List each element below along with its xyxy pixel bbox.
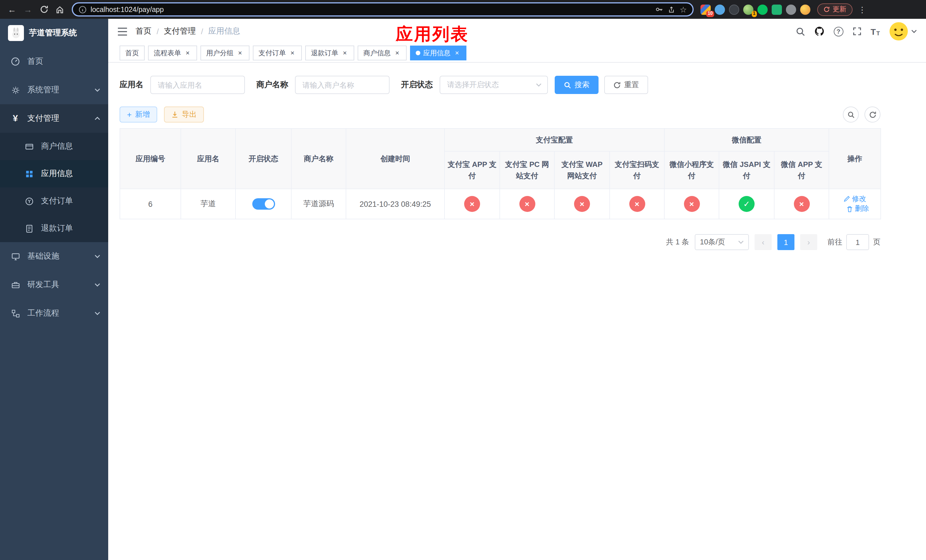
export-button[interactable]: 导出 <box>164 106 204 123</box>
status-select[interactable]: 请选择开启状态 <box>440 76 548 94</box>
url-text[interactable]: localhost:1024/pay/app <box>91 5 164 14</box>
goto-page-input[interactable] <box>846 234 869 250</box>
edit-link[interactable]: 修改 <box>843 194 866 204</box>
page-size-select[interactable]: 10条/页 <box>695 234 749 250</box>
profile-avatar-icon[interactable]: 1 <box>743 4 754 15</box>
reset-button-label: 重置 <box>624 80 639 90</box>
current-page-button[interactable]: 1 <box>777 234 794 250</box>
password-key-icon[interactable] <box>655 5 664 14</box>
alipay-pc-status-icon <box>519 196 535 212</box>
browser-back-icon[interactable]: ← <box>5 2 20 17</box>
refresh-table-button[interactable] <box>864 106 881 123</box>
page-title: 应用列表 <box>396 23 469 46</box>
goto-page: 前往 页 <box>828 234 881 250</box>
close-icon[interactable]: × <box>236 49 244 57</box>
bookmark-star-icon[interactable]: ☆ <box>680 5 687 14</box>
search-button-label: 搜索 <box>575 80 589 90</box>
user-avatar[interactable] <box>889 22 917 41</box>
prev-page-button[interactable]: ‹ <box>755 234 772 250</box>
col-merchant: 商户名称 <box>291 129 346 189</box>
dark-extension-icon[interactable] <box>729 4 739 15</box>
fullscreen-icon[interactable] <box>852 27 861 36</box>
merchant-name-input[interactable] <box>295 76 390 94</box>
delete-link[interactable]: 删除 <box>846 204 869 213</box>
tab-refund-order[interactable]: 退款订单 × <box>305 45 354 61</box>
sidebar-item-merchant-info[interactable]: 商户信息 <box>0 133 108 160</box>
close-icon[interactable]: × <box>393 49 401 57</box>
tab-label: 退款订单 <box>311 48 338 58</box>
toggle-search-button[interactable] <box>843 106 859 123</box>
pixel-extension-icon[interactable]: 10 <box>701 4 711 15</box>
tab-app-info[interactable]: 应用信息 × <box>410 45 466 61</box>
sidebar-item-dev-tools[interactable]: 研发工具 <box>0 271 108 299</box>
close-icon[interactable]: × <box>289 49 296 57</box>
sidebar-item-infra[interactable]: 基础设施 <box>0 242 108 271</box>
close-icon[interactable]: × <box>341 49 348 57</box>
help-icon[interactable]: ? <box>834 26 843 36</box>
sidebar-item-workflow[interactable]: 工作流程 <box>0 299 108 328</box>
col-alipay-pc: 支付宝 PC 网站支付 <box>500 151 554 189</box>
emoji-extension-icon[interactable] <box>800 4 810 15</box>
browser-toolbar: ← → localhost:1024/pay/app ☆ 10 <box>0 0 926 19</box>
alipay-qr-status-icon <box>629 196 645 212</box>
address-bar[interactable]: localhost:1024/pay/app ☆ <box>72 2 694 17</box>
sidebar-item-payment[interactable]: ¥ 支付管理 <box>0 104 108 133</box>
tab-label: 支付订单 <box>259 48 286 58</box>
sidebar-item-home[interactable]: 首页 <box>0 47 108 76</box>
tab-process-form[interactable]: 流程表单 × <box>148 45 197 61</box>
chevron-down-icon <box>95 312 100 315</box>
tab-home[interactable]: 首页 <box>120 45 145 61</box>
breadcrumb-home[interactable]: 首页 <box>136 26 151 36</box>
browser-forward-icon[interactable]: → <box>21 2 35 17</box>
yen-icon: ¥ <box>10 114 21 124</box>
close-icon[interactable]: × <box>184 49 191 57</box>
tab-merchant-info[interactable]: 商户信息 × <box>358 45 407 61</box>
browser-refresh-icon[interactable] <box>36 2 51 17</box>
sidebar-item-app-info[interactable]: 应用信息 <box>0 160 108 188</box>
notes-extension-icon[interactable] <box>772 4 782 15</box>
sidebar-item-pay-order[interactable]: 支付订单 <box>0 188 108 215</box>
alipay-app-status-icon <box>464 196 480 212</box>
menu-label: 支付管理 <box>27 114 59 124</box>
col-alipay-wap: 支付宝 WAP 网站支付 <box>554 151 610 189</box>
puzzle-extension-icon[interactable] <box>786 4 796 15</box>
pencil-icon <box>843 195 850 202</box>
col-app-id: 应用编号 <box>120 129 181 189</box>
add-button[interactable]: + 新增 <box>120 106 157 123</box>
menu-label: 研发工具 <box>27 280 59 290</box>
credit-card-icon <box>24 142 34 151</box>
monitor-icon <box>10 252 21 260</box>
status-label: 开启状态 <box>401 80 433 90</box>
col-actions: 操作 <box>829 129 881 189</box>
browser-update-button[interactable]: 更新 <box>817 3 853 16</box>
browser-home-icon[interactable] <box>52 2 67 17</box>
reset-button[interactable]: 重置 <box>604 76 648 94</box>
breadcrumb-current: 应用信息 <box>209 26 240 36</box>
tab-pay-order[interactable]: 支付订单 × <box>253 45 302 61</box>
drop-extension-icon[interactable] <box>715 4 725 15</box>
hamburger-icon[interactable] <box>117 27 127 36</box>
wechat-devtools-icon[interactable] <box>757 4 768 15</box>
close-icon[interactable]: × <box>453 49 461 57</box>
github-icon[interactable] <box>814 26 825 36</box>
next-page-button[interactable]: › <box>800 234 817 250</box>
app-logo[interactable]: 芋道管理系统 <box>0 19 108 47</box>
tab-user-group[interactable]: 用户分组 × <box>200 45 250 61</box>
sidebar-item-refund-order[interactable]: 退款订单 <box>0 215 108 242</box>
status-toggle[interactable] <box>252 198 275 210</box>
col-alipay-qr: 支付宝扫码支付 <box>610 151 664 189</box>
site-info-icon[interactable] <box>79 5 86 14</box>
breadcrumb-section[interactable]: 支付管理 <box>164 26 196 36</box>
app-name-label: 应用名 <box>120 80 144 90</box>
app-name-input[interactable] <box>150 76 245 94</box>
cell-merchant: 芋道源码 <box>291 189 346 219</box>
menu-label: 商户信息 <box>41 141 73 151</box>
share-icon[interactable] <box>668 5 676 14</box>
browser-menu-icon[interactable]: ⋮ <box>858 5 866 14</box>
font-size-icon[interactable]: TT <box>870 26 880 36</box>
reset-icon <box>613 81 621 89</box>
pay-order-icon <box>24 197 34 205</box>
search-icon[interactable] <box>795 26 805 36</box>
search-button[interactable]: 搜索 <box>555 76 599 94</box>
sidebar-item-system[interactable]: 系统管理 <box>0 76 108 104</box>
